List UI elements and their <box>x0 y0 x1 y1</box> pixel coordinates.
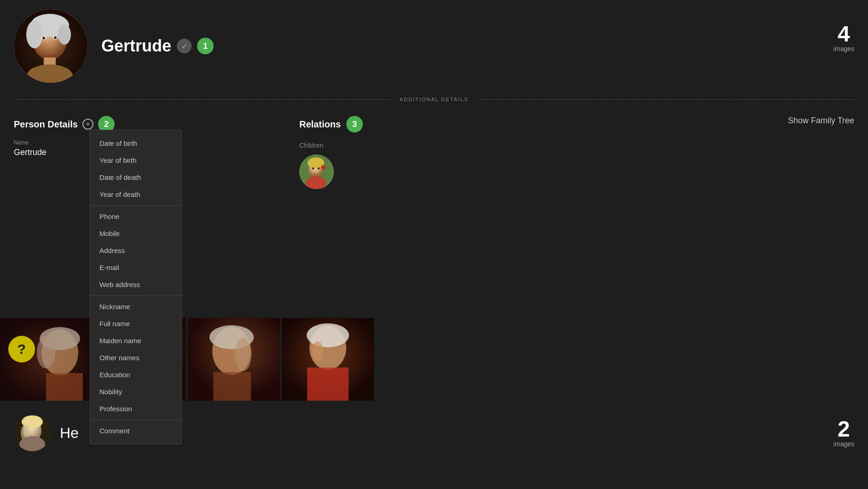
show-family-tree-button[interactable]: Show Family Tree <box>788 116 854 126</box>
svg-rect-32 <box>213 372 251 401</box>
question-mark-badge: ? <box>8 336 35 362</box>
dropdown-item-date-of-death[interactable]: Date of death <box>90 169 181 186</box>
dropdown-section-names: Nickname Full name Maiden name Other nam… <box>90 296 181 420</box>
top-images-number: 4 <box>833 23 854 45</box>
photo-4[interactable] <box>282 318 374 401</box>
dropdown-item-nickname[interactable]: Nickname <box>90 298 181 315</box>
svg-point-14 <box>312 167 315 169</box>
dropdown-item-other-names[interactable]: Other names <box>90 349 181 366</box>
divider-text: ADDITIONAL DETAILS <box>400 97 469 102</box>
svg-point-31 <box>235 338 251 371</box>
bottom-avatar[interactable] <box>14 414 51 451</box>
person-name-area: Gertrude ✓ 1 <box>101 36 214 56</box>
dropdown-item-phone[interactable]: Phone <box>90 208 181 225</box>
photo-1[interactable]: ? <box>0 318 92 401</box>
header-badge-1: 1 <box>197 38 214 54</box>
dropdown-menu: Date of birth Year of birth Date of deat… <box>90 130 182 444</box>
photo-3[interactable] <box>188 318 280 401</box>
svg-point-6 <box>42 37 46 40</box>
dropdown-item-year-of-birth[interactable]: Year of birth <box>90 152 181 169</box>
dropdown-item-education[interactable]: Education <box>90 366 181 383</box>
bottom-images-label: images <box>833 440 854 448</box>
header-area: Gertrude ✓ 1 4 images <box>0 0 868 92</box>
bottom-person-name: He <box>60 425 79 442</box>
relations-title: Relations <box>299 119 341 130</box>
bottom-images-number: 2 <box>833 418 854 440</box>
bottom-images-count: 2 images <box>833 418 854 448</box>
svg-rect-36 <box>307 368 349 401</box>
dropdown-item-mobile[interactable]: Mobile <box>90 225 181 242</box>
top-images-label: images <box>833 45 854 52</box>
svg-point-15 <box>318 167 320 169</box>
svg-point-37 <box>312 341 323 362</box>
children-label: Children <box>299 142 854 149</box>
dropdown-item-nobility[interactable]: Nobility <box>90 383 181 400</box>
dropdown-item-web-address[interactable]: Web address <box>90 276 181 293</box>
svg-point-8 <box>54 36 57 39</box>
child-avatar[interactable] <box>299 155 334 189</box>
svg-point-3 <box>26 21 43 48</box>
left-panel: Person Details + 2 Name Gertrude Date of… <box>14 116 281 189</box>
dropdown-item-full-name[interactable]: Full name <box>90 315 181 332</box>
check-icon[interactable]: ✓ <box>177 39 192 53</box>
dropdown-section-dates: Date of birth Year of birth Date of deat… <box>90 132 181 206</box>
dropdown-item-date-of-birth[interactable]: Date of birth <box>90 135 181 152</box>
svg-rect-22 <box>46 373 83 401</box>
dropdown-item-comment[interactable]: Comment <box>90 422 181 439</box>
dropdown-item-maiden-name[interactable]: Maiden name <box>90 332 181 349</box>
person-name: Gertrude <box>101 36 171 56</box>
svg-point-4 <box>58 24 71 45</box>
svg-point-21 <box>37 336 55 368</box>
additional-details-divider: ADDITIONAL DETAILS <box>0 97 868 102</box>
relations-badge: 3 <box>346 116 363 132</box>
images-count-top: 4 images <box>833 23 854 52</box>
dropdown-item-address[interactable]: Address <box>90 242 181 259</box>
relations-header: Relations 3 <box>299 116 854 132</box>
dropdown-item-year-of-death[interactable]: Year of death <box>90 186 181 203</box>
add-field-icon[interactable]: + <box>82 119 93 130</box>
svg-point-17 <box>321 165 326 170</box>
right-panel: Relations 3 Children <box>281 116 854 189</box>
svg-point-35 <box>307 323 349 347</box>
dropdown-item-email[interactable]: E-mail <box>90 259 181 276</box>
person-details-title: Person Details <box>14 119 78 130</box>
main-avatar[interactable] <box>14 9 87 83</box>
dropdown-section-comment: Comment <box>90 420 181 442</box>
main-content: Person Details + 2 Name Gertrude Date of… <box>0 107 868 198</box>
dropdown-section-contact: Phone Mobile Address E-mail Web address <box>90 206 181 296</box>
dropdown-item-profession[interactable]: Profession <box>90 400 181 417</box>
